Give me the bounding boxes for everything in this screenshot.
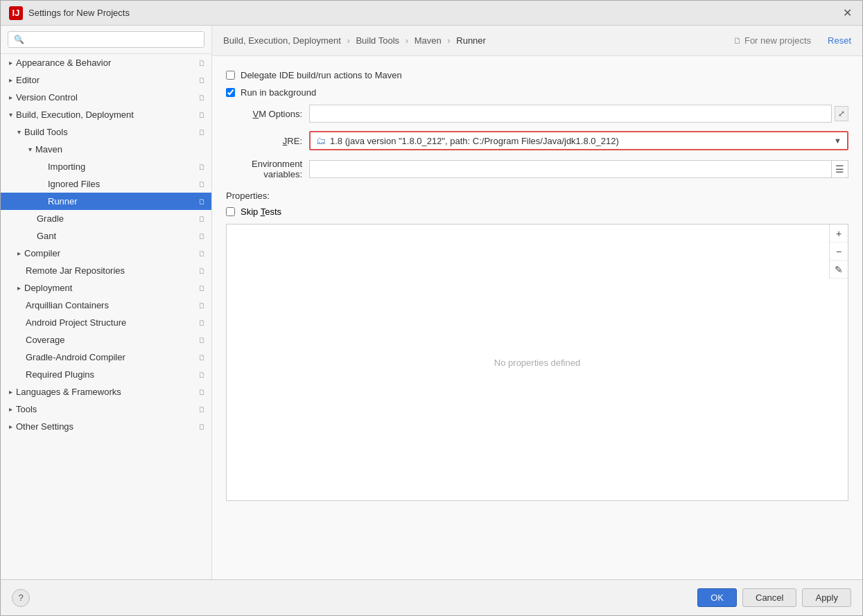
settings-dialog: IJ Settings for New Projects ✕ ▸Appearan… bbox=[0, 0, 863, 616]
sidebar-page-icon-importing: 🗋 bbox=[198, 163, 206, 171]
edit-property-button[interactable]: ✎ bbox=[830, 261, 848, 279]
sidebar-item-android-structure[interactable]: Android Project Structure🗋 bbox=[1, 314, 211, 331]
sidebar-item-importing[interactable]: Importing🗋 bbox=[1, 158, 211, 175]
sidebar-item-deployment[interactable]: ▸Deployment🗋 bbox=[1, 279, 211, 297]
sidebar-item-compiler[interactable]: ▸Compiler🗋 bbox=[1, 245, 211, 262]
sidebar-item-appearance[interactable]: ▸Appearance & Behavior🗋 bbox=[1, 54, 211, 71]
jre-selector[interactable]: 🗂 1.8 (java version "1.8.0_212", path: C… bbox=[309, 131, 848, 150]
env-vars-row: Environment variables: ☰ bbox=[226, 159, 848, 179]
remove-property-button[interactable]: − bbox=[830, 243, 848, 261]
sidebar-label-gradle: Gradle bbox=[37, 213, 64, 224]
sidebar-label-gant: Gant bbox=[37, 231, 56, 241]
breadcrumb: Build, Execution, Deployment › Build Too… bbox=[212, 26, 862, 56]
run-background-label[interactable]: Run in background bbox=[241, 87, 316, 98]
for-new-projects-label: For new projects bbox=[744, 35, 811, 46]
sidebar-item-ignored-files[interactable]: Ignored Files🗋 bbox=[1, 175, 211, 193]
sidebar-item-runner[interactable]: Runner🗋 bbox=[1, 193, 211, 210]
sidebar-page-icon-build-exec-deploy: 🗋 bbox=[198, 111, 206, 119]
sidebar: ▸Appearance & Behavior🗋▸Editor🗋▸Version … bbox=[1, 26, 212, 579]
jre-folder-icon: 🗂 bbox=[316, 135, 326, 146]
breadcrumb-part-1: Build, Execution, Deployment bbox=[223, 35, 341, 46]
for-new-projects: 🗋 For new projects bbox=[733, 35, 811, 46]
main-content: Build, Execution, Deployment › Build Too… bbox=[212, 26, 862, 579]
ok-button[interactable]: OK bbox=[697, 588, 737, 607]
sidebar-label-compiler: Compiler bbox=[24, 248, 60, 258]
sidebar-item-version-control[interactable]: ▸Version Control🗋 bbox=[1, 89, 211, 106]
delegate-ide-row: Delegate IDE build/run actions to Maven bbox=[226, 70, 848, 80]
cancel-button[interactable]: Cancel bbox=[742, 588, 796, 607]
sidebar-page-icon-android-structure: 🗋 bbox=[198, 319, 206, 327]
jre-dropdown-arrow[interactable]: ▼ bbox=[834, 137, 842, 145]
sidebar-item-build-exec-deploy[interactable]: ▾Build, Execution, Deployment🗋 bbox=[1, 106, 211, 123]
sidebar-item-gant[interactable]: Gant🗋 bbox=[1, 227, 211, 245]
sidebar-page-icon-deployment: 🗋 bbox=[198, 284, 206, 292]
sidebar-items-container: ▸Appearance & Behavior🗋▸Editor🗋▸Version … bbox=[1, 54, 211, 435]
sidebar-page-icon-build-tools: 🗋 bbox=[198, 128, 206, 137]
sidebar-label-editor: Editor bbox=[16, 75, 40, 85]
add-property-button[interactable]: + bbox=[830, 225, 848, 243]
env-vars-input[interactable] bbox=[309, 160, 832, 178]
sidebar-item-build-tools[interactable]: ▾Build Tools🗋 bbox=[1, 123, 211, 141]
jre-label: JRE: bbox=[226, 136, 309, 146]
sidebar-label-deployment: Deployment bbox=[24, 283, 72, 293]
sidebar-page-icon-other-settings: 🗋 bbox=[198, 423, 206, 431]
delegate-ide-checkbox[interactable] bbox=[226, 71, 235, 80]
sidebar-item-gradle-android[interactable]: Gradle-Android Compiler🗋 bbox=[1, 349, 211, 366]
vm-options-row: VM Options: ⤢ bbox=[226, 105, 848, 123]
sidebar-label-tools: Tools bbox=[16, 404, 37, 414]
sidebar-item-gradle[interactable]: Gradle🗋 bbox=[1, 210, 211, 227]
run-background-checkbox[interactable] bbox=[226, 88, 235, 97]
no-properties-text: No properties defined bbox=[494, 358, 580, 368]
sidebar-page-icon-compiler: 🗋 bbox=[198, 249, 206, 258]
title-bar: IJ Settings for New Projects ✕ bbox=[1, 1, 862, 26]
sidebar-item-arquillian[interactable]: Arquillian Containers🗋 bbox=[1, 297, 211, 314]
search-input[interactable] bbox=[8, 31, 204, 48]
sidebar-item-maven[interactable]: ▾Maven bbox=[1, 141, 211, 158]
sidebar-page-icon-version-control: 🗋 bbox=[198, 94, 206, 102]
skip-tests-checkbox[interactable] bbox=[226, 207, 235, 216]
sidebar-label-version-control: Version Control bbox=[16, 92, 78, 103]
close-button[interactable]: ✕ bbox=[840, 6, 854, 20]
apply-button[interactable]: Apply bbox=[802, 588, 851, 607]
env-vars-edit-button[interactable]: ☰ bbox=[832, 160, 848, 178]
sidebar-page-icon-tools: 🗋 bbox=[198, 405, 206, 414]
sidebar-page-icon-remote-jar: 🗋 bbox=[198, 267, 206, 275]
sidebar-label-arquillian: Arquillian Containers bbox=[26, 300, 109, 310]
search-box bbox=[1, 26, 211, 54]
sidebar-arrow-tools: ▸ bbox=[9, 405, 12, 413]
sidebar-item-tools[interactable]: ▸Tools🗋 bbox=[1, 401, 211, 418]
help-button[interactable]: ? bbox=[12, 589, 30, 607]
sidebar-item-required-plugins[interactable]: Required Plugins🗋 bbox=[1, 366, 211, 383]
dialog-title: Settings for New Projects bbox=[28, 8, 840, 18]
sidebar-arrow-deployment: ▸ bbox=[17, 284, 21, 292]
sidebar-label-appearance: Appearance & Behavior bbox=[16, 58, 111, 68]
sidebar-label-coverage: Coverage bbox=[26, 335, 64, 345]
sidebar-arrow-build-tools: ▾ bbox=[17, 128, 21, 136]
vm-options-expand-button[interactable]: ⤢ bbox=[835, 106, 848, 121]
skip-tests-row: Skip Tests bbox=[226, 206, 848, 217]
sidebar-item-coverage[interactable]: Coverage🗋 bbox=[1, 331, 211, 349]
sidebar-item-languages[interactable]: ▸Languages & Frameworks🗋 bbox=[1, 383, 211, 401]
properties-area: + − ✎ No properties defined bbox=[226, 224, 848, 501]
sidebar-item-editor[interactable]: ▸Editor🗋 bbox=[1, 71, 211, 89]
breadcrumb-sep-3: › bbox=[447, 35, 450, 46]
sidebar-arrow-version-control: ▸ bbox=[9, 94, 12, 101]
env-vars-label-text: Environment variables: bbox=[252, 159, 302, 179]
run-background-row: Run in background bbox=[226, 87, 848, 98]
app-icon-text: IJ bbox=[12, 8, 20, 18]
sidebar-label-build-exec-deploy: Build, Execution, Deployment bbox=[16, 109, 134, 120]
sidebar-item-other-settings[interactable]: ▸Other Settings🗋 bbox=[1, 418, 211, 435]
breadcrumb-sep-1: › bbox=[347, 35, 349, 46]
delegate-ide-label[interactable]: Delegate IDE build/run actions to Maven bbox=[241, 70, 402, 80]
jre-value: 1.8 (java version "1.8.0_212", path: C:/… bbox=[330, 136, 834, 146]
delegate-ide-label-text: Delegate IDE build/run actions to Maven bbox=[241, 70, 402, 80]
help-icon: ? bbox=[18, 592, 23, 603]
sidebar-label-runner: Runner bbox=[48, 196, 78, 206]
skip-tests-label[interactable]: Skip Tests bbox=[241, 206, 281, 217]
breadcrumb-text: Build, Execution, Deployment › Build Too… bbox=[223, 35, 486, 46]
jre-row: JRE: 🗂 1.8 (java version "1.8.0_212", pa… bbox=[226, 131, 848, 150]
reset-button[interactable]: Reset bbox=[828, 35, 851, 46]
sidebar-item-remote-jar[interactable]: Remote Jar Repositories🗋 bbox=[1, 262, 211, 279]
vm-options-input[interactable] bbox=[309, 105, 832, 123]
sidebar-arrow-other-settings: ▸ bbox=[9, 423, 12, 430]
